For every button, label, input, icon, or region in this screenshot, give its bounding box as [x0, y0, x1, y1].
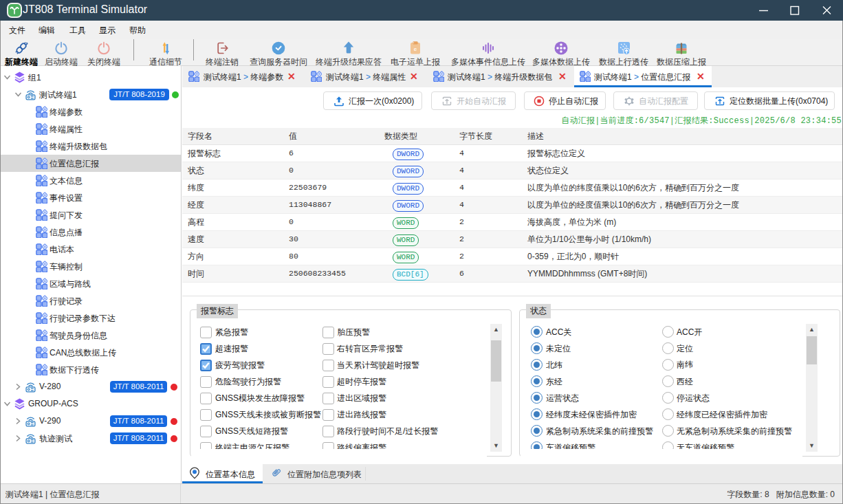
svg-text:e: e	[414, 46, 417, 52]
